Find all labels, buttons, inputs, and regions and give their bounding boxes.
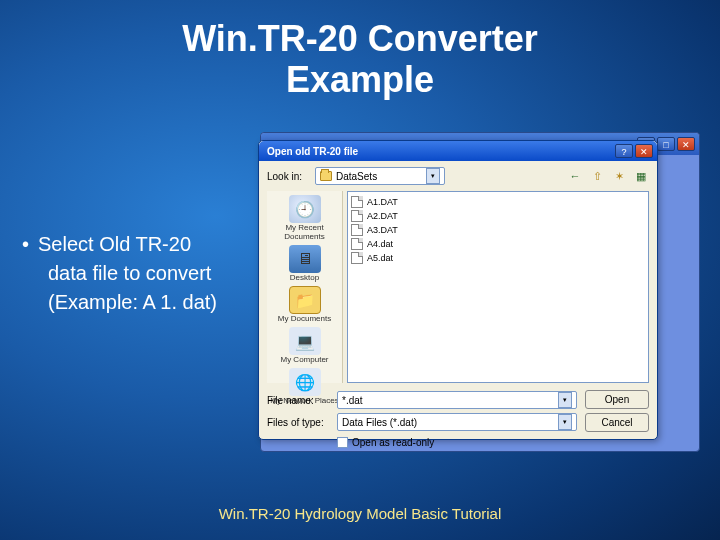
filetype-label: Files of type: [267,417,331,428]
slide-title: Win.TR-20 Converter Example [0,0,720,101]
place-recent[interactable]: My Recent Documents [270,193,340,241]
dialog-titlebar[interactable]: Open old TR-20 file ? ✕ [259,141,657,161]
bullet-text: •Select Old TR-20 data file to convert (… [22,230,217,317]
close-button[interactable]: ✕ [677,137,695,151]
up-folder-icon[interactable]: ⇧ [589,168,605,184]
bullet-line1: Select Old TR-20 [38,233,191,255]
maximize-button[interactable]: □ [657,137,675,151]
file-list[interactable]: A1.DAT A2.DAT A3.DAT A4.dat A5.dat [347,191,649,383]
lookin-label: Look in: [267,171,309,182]
open-file-dialog: Open old TR-20 file ? ✕ Look in: DataSet… [258,140,658,440]
file-icon [351,224,363,236]
chevron-down-icon[interactable]: ▾ [558,414,572,430]
file-item[interactable]: A4.dat [351,237,645,251]
readonly-checkbox[interactable] [337,437,348,448]
file-item[interactable]: A3.DAT [351,223,645,237]
places-bar: My Recent Documents Desktop My Documents… [267,191,343,383]
recent-icon [289,195,321,223]
views-icon[interactable]: ▦ [633,168,649,184]
lookin-dropdown[interactable]: DataSets ▾ [315,167,445,185]
slide-footer: Win.TR-20 Hydrology Model Basic Tutorial [0,505,720,522]
network-icon [289,368,321,396]
file-item[interactable]: A5.dat [351,251,645,265]
place-mycomputer[interactable]: My Computer [270,325,340,364]
chevron-down-icon[interactable]: ▾ [426,168,440,184]
folder-icon [320,171,332,181]
cancel-button[interactable]: Cancel [585,413,649,432]
lookin-value: DataSets [336,171,377,182]
filename-label: File name: [267,395,331,406]
file-icon [351,238,363,250]
file-icon [351,252,363,264]
title-line1: Win.TR-20 Converter [0,18,720,59]
help-button[interactable]: ? [615,144,633,158]
bullet-line2: data file to convert [22,259,217,288]
dialog-title: Open old TR-20 file [267,146,358,157]
file-icon [351,196,363,208]
place-desktop[interactable]: Desktop [270,243,340,282]
filename-input[interactable]: *.dat ▾ [337,391,577,409]
new-folder-icon[interactable]: ✶ [611,168,627,184]
file-item[interactable]: A2.DAT [351,209,645,223]
dialog-close-button[interactable]: ✕ [635,144,653,158]
filetype-dropdown[interactable]: Data Files (*.dat) ▾ [337,413,577,431]
open-button[interactable]: Open [585,390,649,409]
bullet-line3: (Example: A 1. dat) [22,288,217,317]
readonly-label: Open as read-only [352,437,434,448]
file-item[interactable]: A1.DAT [351,195,645,209]
title-line2: Example [0,59,720,100]
chevron-down-icon[interactable]: ▾ [558,392,572,408]
computer-icon [289,327,321,355]
documents-icon [289,286,321,314]
back-icon[interactable]: ← [567,168,583,184]
place-mydocs[interactable]: My Documents [270,284,340,323]
file-icon [351,210,363,222]
desktop-icon [289,245,321,273]
